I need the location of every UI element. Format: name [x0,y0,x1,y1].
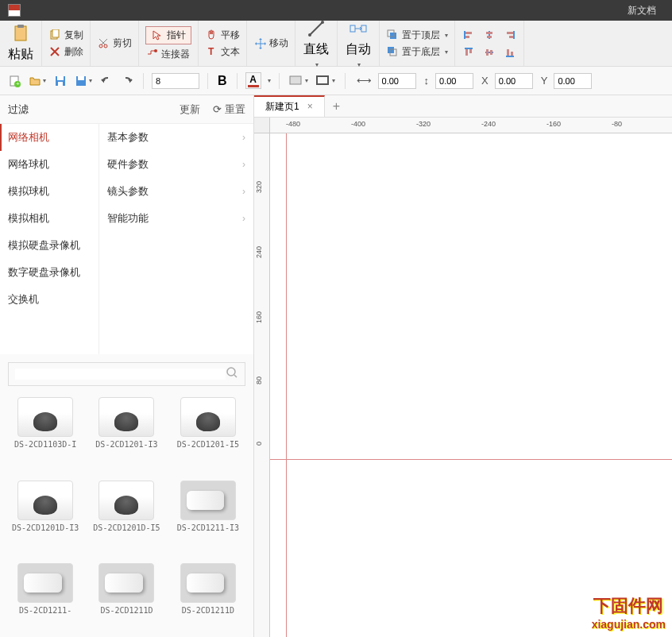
send-back-button[interactable]: 置于底层▾ [386,45,448,59]
pan-button[interactable]: 平移 [205,29,240,42]
y-input[interactable] [554,73,592,89]
text-button[interactable]: T 文本 [205,45,240,59]
connector-icon [145,48,158,60]
height-input[interactable] [435,73,473,89]
border-color-button[interactable]: ▾ [315,74,337,88]
tab-page-1[interactable]: 新建页1 × [254,95,325,117]
x-input[interactable] [495,73,533,89]
subcategory-item[interactable]: 镜头参数› [99,178,253,205]
svg-rect-28 [486,32,492,34]
svg-point-10 [154,49,157,52]
search-icon[interactable] [226,366,238,382]
subcategory-item[interactable]: 智能功能› [99,205,253,232]
line-label[interactable]: 直线 [303,41,329,58]
subcategory-item[interactable]: 硬件参数› [99,151,253,178]
svg-rect-1 [17,25,24,28]
align-middle-icon[interactable] [482,45,496,60]
gallery-item[interactable]: DS-2CD1211- [8,560,83,637]
subcategory-item[interactable]: 基本参数› [99,124,253,151]
font-size-input[interactable] [152,73,199,89]
auto-icon[interactable] [349,19,368,38]
hand-icon [205,29,218,41]
chevron-down-icon[interactable]: ▾ [268,77,271,84]
bold-button[interactable]: B [216,72,229,90]
svg-rect-34 [465,49,468,56]
align-left-icon[interactable] [462,28,476,42]
vertical-ruler: 320240160800 [254,133,270,637]
svg-rect-47 [58,82,63,86]
camera-thumbnail [98,481,154,520]
refresh-icon: ⟳ [213,103,222,115]
save-as-icon[interactable]: ▾ [73,73,94,89]
cut-icon [97,37,110,50]
svg-rect-49 [78,76,84,80]
line-icon[interactable] [307,19,326,38]
fill-color-button[interactable]: ▾ [288,74,310,88]
gallery-item[interactable]: DS-2CD1211D [89,560,164,637]
svg-rect-0 [15,26,26,41]
svg-rect-37 [486,49,489,56]
tab-label: 新建页1 [265,100,299,114]
cut-button[interactable]: 剪切 [97,37,132,50]
open-file-icon[interactable]: ▾ [27,73,48,89]
gallery-item[interactable]: DS-2CD1201D-I3 [8,477,83,554]
svg-rect-17 [350,25,355,32]
category-item[interactable]: 网络相机 [0,124,98,151]
canvas[interactable]: 下固件网 xiagujian.com [270,133,672,637]
width-input[interactable] [378,73,416,89]
font-color-button[interactable]: A [245,72,261,89]
gallery-item[interactable]: DS-2CD1103D-I [8,394,83,471]
svg-point-6 [99,44,102,48]
camera-thumbnail [180,397,236,437]
paste-icon[interactable] [11,24,30,43]
update-button[interactable]: 更新 [180,102,200,117]
pointer-button[interactable]: 指针 [145,26,191,44]
align-bottom-icon[interactable] [503,45,517,60]
gallery-item-label: DS-2CD1201-I5 [177,440,239,450]
gallery-item[interactable]: DS-2CD1201-I3 [89,394,164,471]
camera-thumbnail [17,397,73,437]
category-item[interactable]: 模拟球机 [0,178,98,205]
gallery-item-label: DS-2CD1201-I3 [95,440,157,450]
auto-label[interactable]: 自动 [346,41,371,58]
close-icon[interactable]: × [307,101,313,112]
svg-rect-32 [509,36,513,38]
connector-button[interactable]: 连接器 [145,48,191,61]
svg-rect-35 [469,49,472,53]
gallery-item[interactable]: DS-2CD1211D [171,560,245,637]
svg-rect-3 [52,29,59,37]
category-item[interactable]: 网络球机 [0,151,98,178]
gallery-item[interactable]: DS-2CD1201-I5 [171,394,245,471]
category-item[interactable]: 模拟硬盘录像机 [0,232,98,259]
copy-button[interactable]: 复制 [48,29,83,42]
chevron-down-icon: ▾ [445,32,448,39]
svg-text:+: + [16,80,20,87]
save-icon[interactable] [52,73,68,89]
app-icon [8,4,21,17]
camera-thumbnail [17,481,73,520]
delete-button[interactable]: 删除 [48,45,83,59]
chevron-right-icon: › [242,132,245,143]
category-item[interactable]: 交换机 [0,286,98,313]
move-button[interactable]: 移动 [253,37,288,50]
align-right-icon[interactable] [503,28,517,42]
svg-point-7 [104,44,107,48]
search-input[interactable] [15,369,226,380]
svg-rect-40 [507,49,509,56]
svg-point-16 [321,21,324,24]
add-tab-button[interactable]: + [325,99,348,114]
reset-button[interactable]: ⟳重置 [213,102,245,117]
svg-rect-25 [465,32,472,34]
align-center-h-icon[interactable] [482,28,496,42]
svg-line-53 [234,375,237,377]
new-file-icon[interactable]: + [6,73,22,89]
gallery-item[interactable]: DS-2CD1201D-I5 [89,477,164,554]
category-item[interactable]: 模拟相机 [0,205,98,232]
bring-front-button[interactable]: 置于顶层▾ [386,29,448,42]
redo-icon[interactable] [119,73,135,89]
undo-icon[interactable] [98,73,114,89]
gallery-item[interactable]: DS-2CD1211-I3 [171,477,245,554]
paste-label[interactable]: 粘贴 [8,46,33,63]
category-item[interactable]: 数字硬盘录像机 [0,259,98,286]
align-top-icon[interactable] [462,45,476,60]
